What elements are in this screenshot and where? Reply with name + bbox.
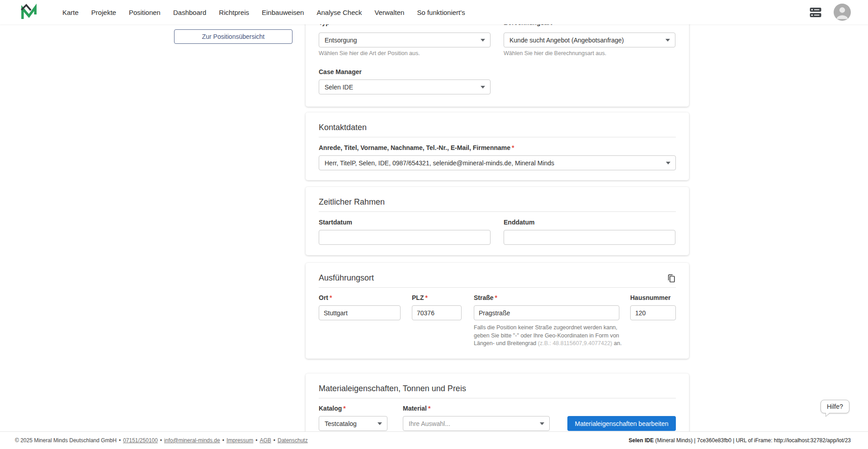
startdatum-input[interactable] xyxy=(319,230,491,245)
chevron-down-icon xyxy=(481,86,485,89)
nav-so-funktionierts[interactable]: So funktioniert's xyxy=(417,9,465,16)
case-manager-select[interactable]: Selen IDE xyxy=(319,80,491,94)
back-to-positions-button[interactable]: Zur Positionsübersicht xyxy=(174,29,292,44)
nav-positionen[interactable]: Positionen xyxy=(129,9,160,16)
position-type-value: Entsorgung xyxy=(325,37,357,44)
help-button[interactable]: Hilfe? xyxy=(821,400,849,413)
footer-separator: • xyxy=(160,437,162,444)
footer-separator: • xyxy=(255,437,257,444)
enddatum-input[interactable] xyxy=(504,230,675,245)
nav-projekte[interactable]: Projekte xyxy=(91,9,116,16)
nav-right-actions xyxy=(809,4,868,21)
ausfuehrungsort-card: Ausführungsort Ort* PLZ* Straße* xyxy=(306,263,689,359)
chevron-down-icon xyxy=(665,39,670,42)
katalog-label-text: Katalog xyxy=(319,405,342,412)
nav-einbauweisen[interactable]: Einbauweisen xyxy=(262,9,304,16)
calculation-type-value: Kunde sucht Angebot (Angebotsanfrage) xyxy=(509,37,624,44)
required-asterisk: * xyxy=(428,405,430,412)
footer-separator: • xyxy=(274,437,275,444)
hausnummer-label: Hausnummer xyxy=(630,294,676,302)
material-label: Material* xyxy=(403,404,550,413)
plz-input[interactable] xyxy=(412,305,462,320)
nav-dashboard[interactable]: Dashboard xyxy=(173,9,206,16)
footer-agb-link[interactable]: AGB xyxy=(259,437,271,444)
copy-icon[interactable] xyxy=(667,274,676,283)
startdatum-label: Startdatum xyxy=(319,218,491,227)
top-navbar: Karte Projekte Positionen Dashboard Rich… xyxy=(0,0,868,24)
required-asterisk: * xyxy=(425,294,427,301)
divider xyxy=(319,211,676,212)
footer-user-name: Selen IDE xyxy=(629,437,654,444)
contact-label: Anrede, Titel, Vorname, Nachname, Tel.-N… xyxy=(319,144,676,152)
material-select[interactable]: Ihre Auswahl... xyxy=(403,416,550,431)
kontaktdaten-card: Kontaktdaten Anrede, Titel, Vorname, Nac… xyxy=(306,112,689,180)
footer-impressum-link[interactable]: Impressum xyxy=(226,437,253,444)
ausfuehrungsort-title: Ausführungsort xyxy=(319,273,374,283)
katalog-select[interactable]: Testcatalog xyxy=(319,416,387,431)
dns-icon[interactable] xyxy=(809,7,822,18)
chevron-down-icon xyxy=(540,422,544,425)
footer-phone-link[interactable]: 07151/250100 xyxy=(123,437,158,444)
footer-status: Selen IDE (Mineral Minds) | 7ce360e83fb0… xyxy=(629,437,851,444)
chevron-down-icon xyxy=(481,39,485,42)
divider xyxy=(319,287,676,288)
zeitlicher-rahmen-card: Zeitlicher Rahmen Startdatum Enddatum xyxy=(306,187,689,255)
required-asterisk: * xyxy=(495,294,497,301)
user-avatar-icon[interactable] xyxy=(834,4,851,21)
chevron-down-icon xyxy=(666,162,670,164)
chevron-down-icon xyxy=(377,422,382,425)
footer-separator: • xyxy=(222,437,224,444)
required-asterisk: * xyxy=(330,294,332,301)
plz-label-text: PLZ xyxy=(412,294,424,301)
required-asterisk: * xyxy=(343,405,345,412)
calculation-type-helper: Wählen Sie hier die Berechnungsart aus. xyxy=(504,50,675,57)
main-nav: Karte Projekte Positionen Dashboard Rich… xyxy=(62,9,465,16)
material-placeholder: Ihre Auswahl... xyxy=(409,420,450,427)
footer-separator: • xyxy=(119,437,121,444)
material-label-text: Material xyxy=(403,405,427,412)
footer: © 2025 Mineral Minds Deutschland GmbH • … xyxy=(0,431,868,449)
material-title: Materialeigenschaften, Tonnen und Preis xyxy=(319,384,466,394)
divider xyxy=(319,398,676,398)
contact-label-text: Anrede, Titel, Vorname, Nachname, Tel.-N… xyxy=(319,144,510,151)
footer-left: © 2025 Mineral Minds Deutschland GmbH • … xyxy=(15,437,308,444)
case-manager-label: Case Manager xyxy=(319,68,676,76)
required-asterisk: * xyxy=(512,144,514,151)
nav-karte[interactable]: Karte xyxy=(62,9,79,16)
plz-label: PLZ* xyxy=(412,294,462,302)
strasse-helper: Falls die Position keiner Straße zugeord… xyxy=(474,324,625,348)
position-type-select[interactable]: Entsorgung xyxy=(319,33,491,47)
strasse-helper-suffix: an. xyxy=(612,340,622,346)
kontaktdaten-title: Kontaktdaten xyxy=(319,122,367,133)
hausnummer-input[interactable] xyxy=(630,305,676,320)
nav-verwalten[interactable]: Verwalten xyxy=(375,9,405,16)
ort-label: Ort* xyxy=(319,294,401,302)
katalog-value: Testcatalog xyxy=(325,420,357,427)
contact-value: Herr, TitelP, Selen, IDE, 0987/654321, s… xyxy=(325,159,554,167)
footer-copyright: © 2025 Mineral Minds Deutschland GmbH xyxy=(15,437,117,444)
nav-analyse-check[interactable]: Analyse Check xyxy=(316,9,362,16)
nav-richtpreis[interactable]: Richtpreis xyxy=(219,9,249,16)
strasse-label: Straße* xyxy=(474,294,619,302)
footer-session-info: (Mineral Minds) | 7ce360e83fb0 | URL of … xyxy=(654,437,851,444)
strasse-helper-example: (z.B.: 48.8115607,9.4077422) xyxy=(538,340,612,346)
case-manager-value: Selen IDE xyxy=(325,84,353,91)
mineral-minds-logo xyxy=(20,3,38,21)
position-type-helper: Wählen Sie hier die Art der Position aus… xyxy=(319,50,491,57)
strasse-input[interactable] xyxy=(474,305,619,320)
ort-label-text: Ort xyxy=(319,294,328,301)
ort-input[interactable] xyxy=(319,305,401,320)
katalog-label: Katalog* xyxy=(319,404,387,413)
edit-material-properties-button[interactable]: Materialeigenschaften bearbeiten xyxy=(567,416,676,431)
calculation-type-select[interactable]: Kunde sucht Angebot (Angebotsanfrage) xyxy=(504,33,675,47)
divider xyxy=(319,137,676,137)
date-row: Startdatum Enddatum xyxy=(319,218,676,245)
footer-datenschutz-link[interactable]: Datenschutz xyxy=(278,437,308,444)
footer-email-link[interactable]: info@mineral-minds.de xyxy=(164,437,220,444)
enddatum-label: Enddatum xyxy=(504,218,675,227)
address-row: Ort* PLZ* Straße* Falls die Position kei… xyxy=(319,294,676,348)
strasse-label-text: Straße xyxy=(474,294,494,301)
contact-select[interactable]: Herr, TitelP, Selen, IDE, 0987/654321, s… xyxy=(319,155,676,170)
zeitlicher-rahmen-title: Zeitlicher Rahmen xyxy=(319,197,385,207)
material-row: Katalog* Testcatalog Material* Ihre Ausw… xyxy=(319,404,676,431)
